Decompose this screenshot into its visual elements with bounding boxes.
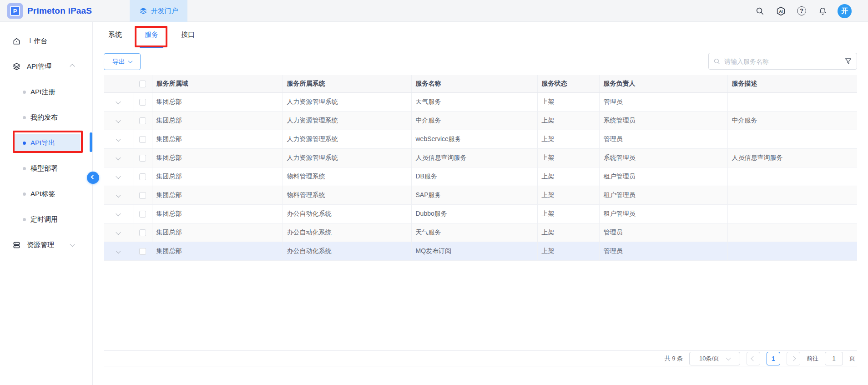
column-header-owner: 服务负责人	[599, 75, 727, 92]
cell-name: Dubbo服务	[411, 204, 537, 223]
notifications-button[interactable]	[817, 5, 828, 17]
sidebar-collapse-button[interactable]	[87, 172, 99, 184]
cell-name: 人员信息查询服务	[411, 148, 537, 167]
sidebar-item-api-tags[interactable]: API标签	[0, 181, 92, 207]
header-select-all[interactable]	[133, 75, 152, 92]
row-checkbox[interactable]	[133, 111, 152, 130]
sidebar-item-label: 我的发布	[30, 113, 58, 122]
sidebar-item-my-publish[interactable]: 我的发布	[0, 105, 92, 130]
row-checkbox[interactable]	[133, 186, 152, 204]
table-row: 集团总部物料管理系统DB服务上架租户管理员	[104, 167, 857, 186]
ai-icon: AI	[776, 6, 786, 16]
table-row: 集团总部办公自动化系统天气服务上架管理员	[104, 223, 857, 242]
checkbox	[139, 99, 146, 106]
checkbox	[139, 81, 146, 87]
page-size-select[interactable]: 10条/页	[689, 352, 740, 365]
tab-system[interactable]: 系统	[103, 22, 127, 48]
cell-owner: 租户管理员	[599, 186, 727, 204]
row-checkbox[interactable]	[133, 92, 152, 111]
help-icon: ?	[797, 6, 806, 15]
page-number-button[interactable]: 1	[767, 352, 780, 365]
tab-service[interactable]: 服务	[140, 22, 163, 48]
help-button[interactable]: ?	[796, 5, 807, 17]
cell-name: SAP服务	[411, 186, 537, 204]
cell-status: 上架	[537, 148, 599, 167]
chevron-down-icon	[116, 229, 121, 234]
row-expand-toggle[interactable]	[104, 92, 133, 111]
sidebar-item-api-management[interactable]: API管理	[0, 54, 92, 79]
chevron-down-icon	[70, 242, 75, 247]
service-search-input[interactable]	[724, 58, 841, 65]
row-expand-toggle[interactable]	[104, 204, 133, 223]
column-header-domain: 服务所属域	[152, 75, 283, 92]
cell-domain: 集团总部	[152, 223, 283, 242]
table-row: 集团总部物料管理系统SAP服务上架租户管理员	[104, 186, 857, 204]
cell-domain: 集团总部	[152, 167, 283, 186]
filter-button[interactable]	[844, 57, 852, 65]
cell-status: 上架	[537, 167, 599, 186]
row-checkbox[interactable]	[133, 148, 152, 167]
row-expand-toggle[interactable]	[104, 148, 133, 167]
cell-name: 中介服务	[411, 111, 537, 130]
row-checkbox[interactable]	[133, 242, 152, 260]
row-checkbox[interactable]	[133, 223, 152, 242]
cell-system: 人力资源管理系统	[283, 92, 411, 111]
chevron-up-icon	[70, 64, 75, 69]
cell-name: webService服务	[411, 130, 537, 148]
cell-owner: 管理员	[599, 223, 727, 242]
export-button[interactable]: 导出	[104, 53, 141, 70]
goto-label: 前往	[807, 355, 818, 363]
sidebar-item-resource-management[interactable]: 资源管理	[0, 232, 92, 258]
page-size-value: 10条/页	[699, 355, 719, 363]
cell-description	[727, 242, 857, 260]
prev-page-button[interactable]	[747, 352, 760, 365]
header-actions: AI ? 开	[754, 0, 852, 22]
table-row: 集团总部办公自动化系统Dubbo服务上架租户管理员	[104, 204, 857, 223]
cell-domain: 集团总部	[152, 111, 283, 130]
row-expand-toggle[interactable]	[104, 242, 133, 260]
cell-description	[727, 167, 857, 186]
table-row: 集团总部人力资源管理系统中介服务上架系统管理员中介服务	[104, 111, 857, 130]
cell-name: 天气服务	[411, 223, 537, 242]
chevron-down-icon	[116, 211, 121, 216]
row-expand-toggle[interactable]	[104, 111, 133, 130]
search-button[interactable]	[754, 5, 766, 17]
funnel-icon	[844, 57, 852, 65]
sidebar-item-api-register[interactable]: API注册	[0, 79, 92, 105]
chevron-left-icon	[91, 175, 96, 179]
next-page-button[interactable]	[787, 352, 800, 365]
checkbox	[139, 155, 146, 162]
portal-tab-dev[interactable]: 开发门户	[130, 0, 187, 22]
ai-assistant-button[interactable]: AI	[775, 5, 787, 17]
column-header-status: 服务状态	[537, 75, 599, 92]
bullet-icon	[23, 116, 26, 119]
sidebar-item-model-deploy[interactable]: 模型部署	[0, 156, 92, 181]
cell-description: 中介服务	[727, 111, 857, 130]
row-expand-toggle[interactable]	[104, 130, 133, 148]
sidebar-item-scheduled-call[interactable]: 定时调用	[0, 207, 92, 232]
user-avatar[interactable]: 开	[838, 4, 852, 18]
cell-domain: 集团总部	[152, 204, 283, 223]
row-expand-toggle[interactable]	[104, 167, 133, 186]
cell-owner: 系统管理员	[599, 111, 727, 130]
cell-domain: 集团总部	[152, 130, 283, 148]
sidebar-item-workbench[interactable]: 工作台	[0, 28, 92, 54]
content-tabbar: 系统 服务 接口	[93, 22, 868, 48]
row-checkbox[interactable]	[133, 204, 152, 223]
pagination-bar: 共 9 条 10条/页 1 前往 页	[104, 350, 857, 366]
cell-domain: 集团总部	[152, 242, 283, 260]
sidebar-item-api-export[interactable]: API导出	[0, 130, 92, 156]
goto-page-input[interactable]	[825, 352, 843, 365]
tab-interface[interactable]: 接口	[176, 22, 200, 48]
cell-owner: 租户管理员	[599, 204, 727, 223]
row-expand-toggle[interactable]	[104, 223, 133, 242]
cell-status: 上架	[537, 130, 599, 148]
row-checkbox[interactable]	[133, 167, 152, 186]
sidebar-item-label: API标签	[30, 190, 55, 198]
row-checkbox[interactable]	[133, 130, 152, 148]
table-row: 集团总部办公自动化系统MQ发布订阅上架管理员	[104, 242, 857, 260]
row-expand-toggle[interactable]	[104, 186, 133, 204]
sidebar-active-indicator	[90, 132, 92, 152]
tab-label: 接口	[181, 30, 195, 39]
checkbox	[139, 248, 146, 255]
